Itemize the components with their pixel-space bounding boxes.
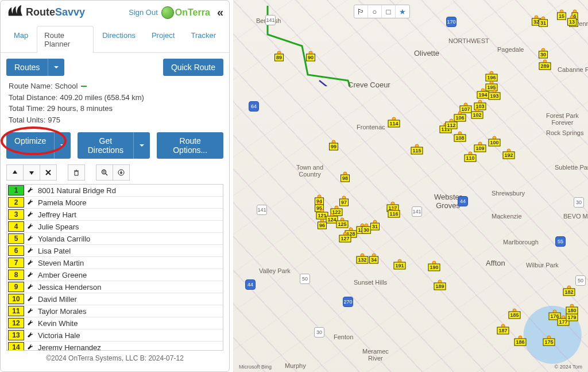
- map-stop-label[interactable]: 96: [318, 222, 327, 229]
- map-stop-label[interactable]: 34: [369, 256, 378, 264]
- wrench-icon[interactable]: [25, 296, 34, 302]
- wrench-icon[interactable]: [25, 332, 34, 339]
- stop-name: David Miller: [34, 294, 223, 304]
- map-stop-label[interactable]: 193: [488, 93, 500, 100]
- map-stop-label[interactable]: 182: [563, 289, 575, 296]
- map-stop-label[interactable]: 125: [336, 221, 348, 228]
- stop-row[interactable]: 5Yolanda Carrillo: [7, 233, 223, 245]
- routes-dropdown-button[interactable]: Routes: [6, 59, 64, 76]
- map-stop-label[interactable]: 100: [488, 139, 500, 147]
- map-stop-label[interactable]: 185: [508, 312, 520, 319]
- map-stop-label[interactable]: 194: [477, 91, 489, 99]
- wrench-icon[interactable]: [25, 271, 34, 278]
- stop-row[interactable]: 12Kevin White: [7, 317, 223, 329]
- move-up-button[interactable]: [6, 164, 24, 181]
- stop-number: 10: [8, 294, 24, 304]
- map-attrib-left: Microsoft Bing: [239, 364, 272, 370]
- map-stop-label[interactable]: 192: [502, 152, 514, 159]
- collapse-sidebar-icon[interactable]: «: [217, 6, 223, 19]
- wrench-icon[interactable]: [25, 320, 34, 327]
- main-tabs: MapRoute PlannerDirectionsProjectTracker: [1, 25, 229, 53]
- stop-row[interactable]: 4Julie Spears: [7, 221, 223, 233]
- map-stop-label[interactable]: 191: [393, 262, 405, 270]
- map-stop-label[interactable]: 179: [566, 314, 578, 321]
- map-stop-label[interactable]: 30: [539, 51, 548, 59]
- tab-tracker[interactable]: Tracker: [183, 26, 223, 53]
- wrench-icon[interactable]: [25, 283, 34, 290]
- wrench-icon[interactable]: [25, 187, 34, 194]
- stop-row[interactable]: 2Pamela Moore: [7, 197, 223, 209]
- tab-directions[interactable]: Directions: [95, 26, 143, 53]
- stop-row[interactable]: 9Jessica Henderson: [7, 281, 223, 293]
- map-stop-label[interactable]: 187: [497, 327, 509, 335]
- map-stop-label[interactable]: 98: [341, 175, 350, 182]
- map-stop-label[interactable]: 106: [454, 114, 466, 122]
- stop-name: Kevin White: [34, 319, 223, 328]
- map-stop-label[interactable]: 132: [356, 256, 368, 264]
- zoom-button[interactable]: [96, 164, 113, 181]
- tab-route-planner[interactable]: Route Planner: [37, 26, 94, 53]
- stop-row[interactable]: 10David Miller: [7, 293, 223, 305]
- stop-number: 8: [8, 270, 24, 280]
- map-stop-label[interactable]: 108: [454, 135, 466, 142]
- stop-number: 13: [8, 330, 24, 340]
- stop-row[interactable]: 6Lisa Patel: [7, 245, 223, 257]
- map-stop-label[interactable]: 186: [514, 339, 526, 346]
- delete-button[interactable]: [40, 164, 57, 181]
- map-stop-label[interactable]: 15: [557, 13, 566, 20]
- route-polylines: [233, 0, 405, 86]
- map-stop-label[interactable]: 115: [411, 147, 423, 155]
- route-options-button[interactable]: Route Options...: [157, 132, 223, 159]
- map-view[interactable]: 🏳 ○ □ ★ BenbushOlivetteCreve CoeurPageda…: [233, 0, 588, 372]
- map-stop-label[interactable]: 110: [464, 155, 476, 162]
- trash-button[interactable]: [68, 164, 85, 181]
- map-stop-label[interactable]: 30: [362, 227, 371, 234]
- move-down-button[interactable]: [23, 164, 40, 181]
- map-stop-label[interactable]: 190: [428, 264, 440, 271]
- wrench-icon[interactable]: [25, 344, 34, 351]
- wrench-icon[interactable]: [25, 211, 34, 218]
- map-stop-label[interactable]: 127: [339, 235, 351, 243]
- map-stop-label[interactable]: 89: [274, 54, 284, 62]
- map-stop-label[interactable]: 99: [329, 143, 338, 151]
- stop-list[interactable]: 18001 Natural Bridge Rd2Pamela Moore3Jef…: [6, 184, 223, 351]
- tab-map[interactable]: Map: [6, 26, 36, 53]
- quick-route-button[interactable]: Quick Route: [163, 59, 223, 76]
- optimize-button[interactable]: Optimize: [6, 132, 71, 159]
- map-stop-label[interactable]: 180: [566, 307, 578, 315]
- map-stop-label[interactable]: 90: [306, 54, 315, 62]
- get-directions-button[interactable]: Get Directions: [78, 132, 150, 159]
- stop-row[interactable]: 18001 Natural Bridge Rd: [7, 185, 223, 197]
- map-stop-label[interactable]: 13: [567, 18, 577, 26]
- wrench-icon[interactable]: [25, 235, 34, 242]
- map-stop-label[interactable]: 175: [543, 339, 555, 346]
- sign-out-link[interactable]: Sign Out: [129, 8, 158, 17]
- stop-row[interactable]: 13Victoria Hale: [7, 329, 223, 342]
- stop-row[interactable]: 11Taylor Morales: [7, 305, 223, 317]
- map-city-label: Town andCountry: [296, 164, 323, 178]
- tab-project[interactable]: Project: [144, 26, 182, 53]
- stop-row[interactable]: 7Steven Martin: [7, 257, 223, 269]
- map-stop-label[interactable]: 109: [474, 145, 486, 152]
- wrench-icon[interactable]: [25, 223, 34, 230]
- wrench-icon[interactable]: [25, 247, 34, 254]
- wrench-icon[interactable]: [25, 199, 34, 206]
- map-stop-label[interactable]: 31: [370, 223, 380, 231]
- map-stop-label[interactable]: 102: [471, 112, 483, 119]
- map-stop-label[interactable]: 116: [388, 210, 400, 218]
- download-button[interactable]: [113, 164, 130, 181]
- map-stop-label[interactable]: 114: [388, 120, 400, 128]
- wrench-icon[interactable]: [25, 308, 34, 315]
- map-stop-label[interactable]: 289: [539, 63, 551, 70]
- stop-row[interactable]: 8Amber Greene: [7, 269, 223, 281]
- map-stop-label[interactable]: 31: [539, 20, 548, 27]
- map-stop-label[interactable]: 112: [445, 122, 457, 129]
- stop-number: 2: [8, 197, 24, 208]
- map-city-label: Mackenzie: [492, 213, 522, 220]
- map-attrib-right: © 2024 Tom: [555, 364, 583, 370]
- stop-row[interactable]: 14Jeremy Hernandez: [7, 342, 223, 351]
- wrench-icon[interactable]: [25, 259, 34, 266]
- stop-row[interactable]: 3Jeffrey Hart: [7, 209, 223, 221]
- map-stop-label[interactable]: 189: [434, 283, 446, 290]
- map-stop-label[interactable]: 97: [339, 199, 349, 206]
